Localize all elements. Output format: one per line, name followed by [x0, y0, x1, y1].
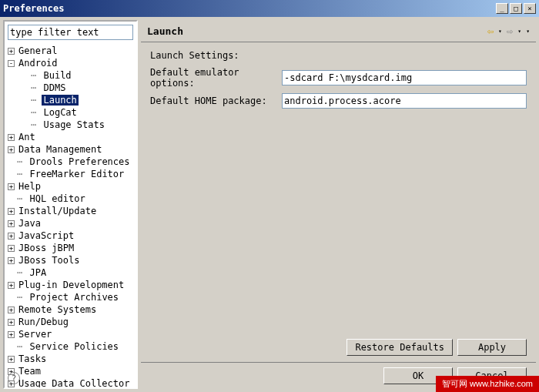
tree-label[interactable]: Run/Debug: [17, 317, 70, 327]
tree-item[interactable]: ⋯ LogCat: [5, 106, 136, 119]
preference-tree[interactable]: +General-Android⋯ Build⋯ DDMS⋯ Launch⋯ L…: [5, 43, 136, 387]
tree-item[interactable]: +JavaScript: [5, 230, 136, 242]
tree-item[interactable]: ⋯ FreeMarker Editor: [5, 168, 136, 180]
expand-icon[interactable]: +: [8, 282, 15, 289]
back-icon[interactable]: ⇦: [487, 25, 494, 37]
expand-icon[interactable]: +: [8, 356, 15, 363]
expand-icon[interactable]: +: [8, 319, 15, 326]
tree-label[interactable]: Tasks: [17, 353, 48, 364]
tree-label[interactable]: Java: [17, 218, 42, 229]
watermark: 智可网 www.hzhike.com: [436, 376, 539, 392]
tree-item[interactable]: ⋯ Launch: [5, 94, 136, 106]
expand-icon[interactable]: +: [8, 48, 15, 55]
tree-label[interactable]: Launch: [42, 95, 78, 106]
tree-label[interactable]: Service Policies: [28, 341, 120, 352]
close-button[interactable]: ×: [524, 3, 536, 14]
apply-button[interactable]: Apply: [457, 339, 527, 356]
home-package-input[interactable]: [282, 93, 527, 109]
tree-label[interactable]: Help: [17, 181, 42, 192]
tree-label[interactable]: JavaScript: [17, 230, 75, 241]
tree-item[interactable]: +Remote Systems: [5, 303, 136, 316]
tree-label[interactable]: Remote Systems: [17, 304, 98, 315]
tree-label[interactable]: JBoss Tools: [17, 255, 81, 266]
tree-item[interactable]: ⋯ DDMS: [5, 82, 136, 94]
expand-icon[interactable]: +: [8, 233, 15, 240]
view-menu-icon[interactable]: ▾: [526, 28, 530, 35]
tree-item[interactable]: +Plug-in Development: [5, 279, 136, 291]
tree-label[interactable]: LogCat: [42, 107, 78, 118]
expand-icon[interactable]: +: [8, 183, 15, 190]
tree-item[interactable]: +Help: [5, 180, 136, 193]
tree-label[interactable]: Usage Stats: [42, 119, 105, 130]
tree-item[interactable]: +Java: [5, 217, 136, 230]
minimize-button[interactable]: _: [496, 3, 508, 14]
tree-item[interactable]: ⋯ HQL editor: [5, 193, 136, 205]
tree-item[interactable]: +General: [5, 45, 136, 57]
tree-item[interactable]: +Tasks: [5, 353, 136, 365]
expand-icon[interactable]: +: [8, 245, 15, 252]
tree-label[interactable]: JBoss jBPM: [17, 243, 75, 253]
help-icon[interactable]: ?: [8, 372, 20, 384]
home-package-label: Default HOME package:: [150, 95, 277, 106]
tree-label[interactable]: Server: [17, 329, 53, 340]
expand-icon[interactable]: +: [8, 134, 15, 141]
emulator-options-label: Default emulator options:: [150, 67, 277, 89]
expand-icon[interactable]: +: [8, 257, 15, 264]
right-panel: Launch ⇦▾ ⇨▾ ▾ Launch Settings: Default …: [141, 20, 536, 389]
tree-item[interactable]: ⋯ JPA: [5, 266, 136, 279]
restore-defaults-button[interactable]: Restore Defaults: [346, 339, 453, 356]
tree-label[interactable]: Data Management: [17, 144, 103, 155]
tree-item[interactable]: -Android: [5, 57, 136, 69]
tree-label[interactable]: Build: [42, 70, 72, 81]
expand-icon[interactable]: +: [8, 331, 15, 338]
tree-label[interactable]: Ant: [17, 132, 37, 142]
expand-icon[interactable]: +: [8, 307, 15, 313]
forward-menu-icon[interactable]: ▾: [517, 28, 521, 35]
tree-label[interactable]: Plug-in Development: [17, 280, 126, 290]
window-buttons: _ □ ×: [496, 3, 536, 14]
tree-item[interactable]: ⋯ Drools Preferences: [5, 156, 136, 168]
maximize-button[interactable]: □: [510, 3, 522, 14]
tree-label[interactable]: Team: [17, 366, 42, 377]
forward-icon[interactable]: ⇨: [507, 25, 513, 37]
tree-item[interactable]: +Server: [5, 328, 136, 340]
tree-item[interactable]: +Data Management: [5, 143, 136, 156]
tree-item[interactable]: ⋯ Project Archives: [5, 291, 136, 303]
expand-icon[interactable]: +: [8, 208, 15, 215]
tree-label[interactable]: Android: [17, 58, 59, 69]
tree-label[interactable]: Drools Preferences: [28, 156, 131, 167]
tree-label[interactable]: Project Archives: [28, 292, 120, 303]
tree-label[interactable]: General: [17, 45, 59, 56]
tree-item[interactable]: ⋯ Service Policies: [5, 340, 136, 353]
tree-item[interactable]: +Team: [5, 365, 136, 377]
tree-label[interactable]: Install/Update: [17, 206, 98, 216]
settings-title: Launch Settings:: [150, 50, 527, 61]
tree-item[interactable]: ⋯ Usage Stats: [5, 119, 136, 131]
expand-icon[interactable]: -: [8, 60, 15, 67]
window-title: Preferences: [3, 3, 496, 14]
tree-item[interactable]: +Install/Update: [5, 205, 136, 217]
tree-label[interactable]: JPA: [28, 267, 48, 278]
tree-item[interactable]: +JBoss jBPM: [5, 242, 136, 254]
expand-icon[interactable]: +: [8, 220, 15, 227]
filter-input[interactable]: [8, 25, 133, 40]
titlebar: Preferences _ □ ×: [0, 0, 539, 17]
emulator-options-input[interactable]: [282, 70, 527, 85]
tree-item[interactable]: +Run/Debug: [5, 316, 136, 328]
tree-label[interactable]: Usage Data Collector: [17, 378, 132, 387]
tree-item[interactable]: ⋯ Build: [5, 69, 136, 82]
tree-item[interactable]: +JBoss Tools: [5, 254, 136, 266]
tree-item[interactable]: +Usage Data Collector: [5, 377, 136, 387]
tree-label[interactable]: FreeMarker Editor: [28, 169, 126, 179]
back-menu-icon[interactable]: ▾: [498, 28, 502, 35]
page-title: Launch: [147, 25, 487, 37]
tree-item[interactable]: +Ant: [5, 131, 136, 143]
expand-icon[interactable]: +: [8, 146, 15, 153]
tree-label[interactable]: DDMS: [42, 82, 67, 93]
left-panel: +General-Android⋯ Build⋯ DDMS⋯ Launch⋯ L…: [3, 20, 138, 389]
tree-label[interactable]: HQL editor: [28, 193, 86, 204]
